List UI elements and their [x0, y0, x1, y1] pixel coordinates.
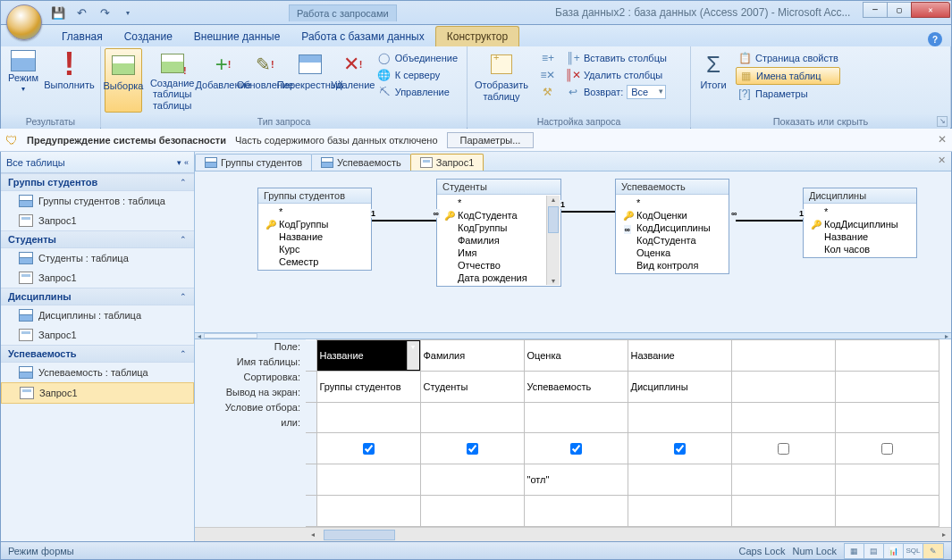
nav-item[interactable]: Запрос1 [1, 325, 194, 345]
grid-cell[interactable]: Успеваемость [524, 371, 628, 402]
field-item[interactable]: Семестр [262, 255, 367, 268]
qat-redo-icon[interactable]: ↷ [96, 4, 114, 21]
grid-cell[interactable]: Студенты [420, 371, 524, 402]
insert-cols-button[interactable]: ║+Вставить столбцы [564, 50, 669, 66]
field-item[interactable]: Оценка [619, 247, 725, 259]
view-design[interactable]: ✎ [923, 544, 943, 558]
field-item[interactable]: КодСтудента [619, 234, 725, 247]
help-icon[interactable]: ? [928, 32, 942, 46]
tab-home[interactable]: Главная [51, 27, 114, 46]
show-checkbox[interactable] [881, 443, 893, 455]
field-item[interactable]: КодДисциплины [619, 221, 725, 234]
grid-cell[interactable] [420, 496, 524, 527]
grid-cell[interactable]: Дисциплины [628, 371, 731, 402]
grid-cell[interactable] [316, 433, 420, 464]
showtable-button[interactable]: + Отобразитьтаблицу [471, 48, 532, 113]
nav-header[interactable]: Все таблицы▾ « [1, 152, 194, 173]
parameters-button[interactable]: [?]Параметры [736, 86, 840, 102]
grid-cell[interactable] [420, 402, 524, 433]
designer-hscroll[interactable]: ◂▸ [195, 332, 951, 339]
tab-create[interactable]: Создание [114, 27, 183, 46]
join-line[interactable]: 1∞ [372, 220, 436, 221]
join-line[interactable]: ∞1 [736, 220, 803, 221]
grid-hscroll[interactable]: ◂▸ [195, 527, 951, 541]
delete-cols-button[interactable]: ║✕Удалить столбцы [564, 67, 669, 83]
field-item[interactable]: Название [262, 230, 367, 243]
grid-cell[interactable] [316, 464, 420, 496]
grid-cell[interactable] [835, 371, 939, 402]
grid-cell[interactable] [316, 402, 420, 433]
totals-button[interactable]: Σ Итоги [695, 48, 732, 113]
field-item[interactable]: КодГруппы [441, 221, 557, 234]
builder-button[interactable]: ⚒ [539, 84, 557, 100]
field-item[interactable]: Название [807, 230, 913, 243]
security-options-button[interactable]: Параметры... [447, 132, 535, 148]
nav-group-header[interactable]: Группы студентов⌃ [1, 173, 194, 191]
field-item[interactable]: Вид контроля [619, 259, 725, 272]
datadef-button[interactable]: ⛏Управление [375, 84, 459, 100]
crosstab-button[interactable]: Перекрестный [286, 48, 334, 113]
insert-rows-button[interactable]: ≡+ [539, 50, 557, 66]
field-item[interactable]: Курс [262, 243, 367, 255]
query-designer[interactable]: Группы студентов *🔑КодГруппыНазваниеКурс… [195, 171, 951, 332]
field-item[interactable]: * [807, 205, 913, 218]
doc-tab-query1[interactable]: Запрос1 [410, 154, 484, 171]
grid-cell[interactable]: Фамилия [420, 340, 524, 372]
return-control[interactable]: ↩Возврат: Все [564, 84, 669, 100]
grid-cell[interactable] [731, 371, 835, 402]
nav-group-header[interactable]: Успеваемость⌃ [1, 345, 194, 363]
field-item[interactable]: Отчество [441, 259, 557, 272]
grid-cell[interactable] [731, 464, 835, 496]
nav-item[interactable]: Запрос1 [1, 211, 194, 230]
grid-cell[interactable] [524, 496, 628, 527]
grid-cell[interactable] [731, 496, 835, 527]
view-pivotchart[interactable]: 📊 [884, 544, 904, 558]
show-checkbox[interactable] [467, 443, 478, 455]
grid-cell[interactable] [420, 464, 524, 496]
office-button[interactable] [6, 4, 42, 40]
maketable-button[interactable]: ! Создание таблицы таблицы [142, 48, 202, 113]
field-item[interactable]: Фамилия [441, 234, 557, 247]
nav-item[interactable]: Дисциплины : таблица [1, 305, 194, 325]
field-item[interactable]: * [441, 196, 557, 209]
run-button[interactable]: ! Выполнить [42, 48, 97, 113]
passthrough-button[interactable]: 🌐К серверу [375, 67, 459, 83]
grid-cell[interactable] [524, 433, 628, 464]
grid-cell[interactable]: Название [628, 340, 731, 372]
nav-header-dropdown-icon[interactable]: ▾ « [177, 158, 189, 167]
grid-cell[interactable] [731, 433, 835, 464]
field-item[interactable]: 🔑КодДисциплины [807, 218, 913, 230]
tab-external[interactable]: Внешние данные [183, 27, 291, 46]
nav-group-header[interactable]: Студенты⌃ [1, 230, 194, 248]
grid-cell[interactable] [731, 402, 835, 433]
view-pivottable[interactable]: ▤ [864, 544, 884, 558]
tablenames-button[interactable]: ▦Имена таблиц [736, 67, 840, 85]
qat-undo-icon[interactable]: ↶ [72, 4, 90, 21]
grid-cell[interactable] [731, 340, 835, 372]
grid-cell[interactable] [628, 433, 731, 464]
delete-button[interactable]: ✕! Удаление [334, 48, 372, 113]
show-checkbox[interactable] [363, 443, 375, 455]
grid-cell[interactable] [420, 433, 524, 464]
grid-cell[interactable] [835, 496, 939, 527]
table-box-disciplines[interactable]: Дисциплины *🔑КодДисциплиныНазваниеКол ча… [803, 188, 917, 258]
nav-item[interactable]: Запрос1 [1, 268, 194, 288]
minimize-button[interactable]: ─ [863, 2, 888, 18]
grid-cell[interactable] [628, 464, 731, 496]
table-box-groups[interactable]: Группы студентов *🔑КодГруппыНазваниеКурс… [257, 188, 372, 271]
grid-cell[interactable] [835, 340, 939, 372]
close-button[interactable]: ✕ [911, 2, 950, 18]
nav-group-header[interactable]: Дисциплины⌃ [1, 288, 194, 305]
nav-item[interactable]: Успеваемость : таблица [1, 363, 194, 382]
qat-customize-icon[interactable]: ▾ [119, 4, 137, 21]
maximize-button[interactable]: ▢ [887, 2, 912, 18]
doc-tab-groups[interactable]: Группы студентов [195, 154, 312, 171]
return-dropdown[interactable]: Все [627, 85, 666, 99]
field-item[interactable]: 🔑КодОценки [619, 209, 725, 221]
group-launcher-icon[interactable]: ↘ [937, 116, 948, 127]
grid-cell[interactable] [835, 464, 939, 496]
grid-cell[interactable] [835, 433, 939, 464]
show-checkbox[interactable] [674, 443, 686, 455]
tab-dbtools[interactable]: Работа с базами данных [291, 27, 434, 46]
tab-design[interactable]: Конструктор [435, 26, 519, 46]
